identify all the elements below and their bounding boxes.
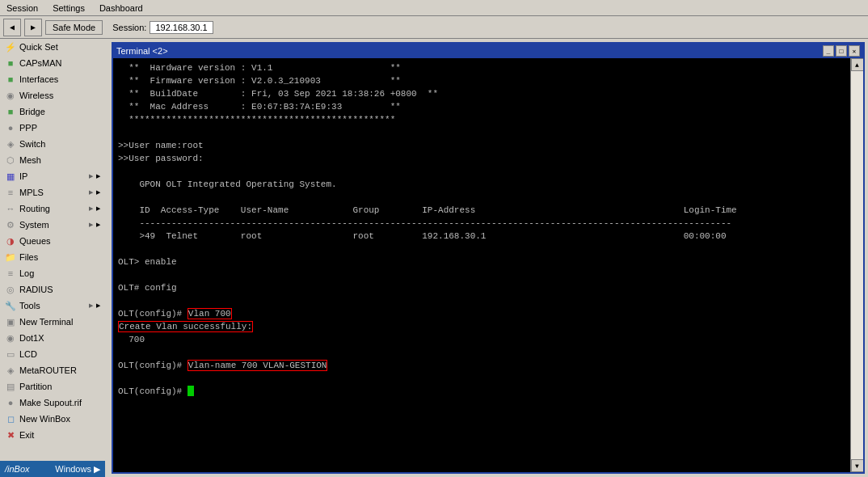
close-button[interactable]: ✕ xyxy=(849,45,860,57)
sidebar-label-bridge: Bridge xyxy=(19,107,100,116)
lcd-icon: ▭ xyxy=(5,348,16,360)
sidebar-label-system: System xyxy=(19,220,86,230)
minimize-button[interactable]: _ xyxy=(823,45,834,57)
system-icon: ⚙ xyxy=(5,219,16,230)
sidebar-label-queues: Queues xyxy=(19,236,100,246)
sidebar-label-exit: Exit xyxy=(19,430,100,440)
main-layout: ⚡Quick Set■CAPsMAN■Interfaces◉Wireless■B… xyxy=(0,39,868,477)
sidebar-items: ⚡Quick Set■CAPsMAN■Interfaces◉Wireless■B… xyxy=(0,39,105,461)
terminal-title: Terminal <2> xyxy=(116,46,168,56)
sidebar-label-metarouter: MetaROUTER xyxy=(19,365,100,375)
sidebar-item-dot1x[interactable]: ◉Dot1X xyxy=(0,330,105,346)
winbox-bar: /inBox Windows ▶ xyxy=(0,461,105,477)
sidebar-item-lcd[interactable]: ▭LCD xyxy=(0,346,105,362)
forward-button[interactable]: ▶ xyxy=(24,19,42,36)
content-area: Terminal <2> _ □ ✕ ** Hardware version :… xyxy=(105,39,868,477)
sidebar: ⚡Quick Set■CAPsMAN■Interfaces◉Wireless■B… xyxy=(0,39,105,477)
sidebar-label-files: Files xyxy=(19,252,100,262)
terminal-content-wrapper: ** Hardware version : V1.1 ** ** Firmwar… xyxy=(113,58,863,472)
sidebar-item-ip[interactable]: ▦IP▶ xyxy=(0,168,105,184)
scroll-up-button[interactable]: ▲ xyxy=(851,58,864,71)
menu-dashboard[interactable]: Dashboard xyxy=(96,3,146,13)
sidebar-item-interfaces[interactable]: ■Interfaces xyxy=(0,71,105,87)
tools-arrow-icon: ▶ xyxy=(89,302,93,309)
wireless-icon: ◉ xyxy=(5,90,16,101)
sidebar-item-quickset[interactable]: ⚡Quick Set xyxy=(0,39,105,55)
sidebar-item-newwinbox[interactable]: ◻New WinBox xyxy=(0,411,105,427)
menu-bar: Session Settings Dashboard xyxy=(0,0,868,16)
quickset-icon: ⚡ xyxy=(5,41,16,53)
sidebar-label-ppp: PPP xyxy=(19,123,100,133)
menu-settings[interactable]: Settings xyxy=(49,3,88,13)
routing-arrow-icon: ▶ xyxy=(89,205,93,212)
capsman-icon: ■ xyxy=(5,57,16,69)
terminal-scrollbar: ▲ ▼ xyxy=(850,58,863,472)
sidebar-label-partition: Partition xyxy=(19,382,100,391)
newwinbox-icon: ◻ xyxy=(5,413,16,424)
exit-icon: ✖ xyxy=(5,429,16,441)
maximize-button[interactable]: □ xyxy=(836,45,847,57)
sidebar-label-log: Log xyxy=(19,268,100,278)
sidebar-item-makesupout[interactable]: ●Make Supout.rif xyxy=(0,395,105,411)
windows-label[interactable]: Windows ▶ xyxy=(55,464,100,475)
sidebar-item-switch[interactable]: ◈Switch xyxy=(0,136,105,152)
files-icon: 📁 xyxy=(5,251,16,263)
terminal-controls: _ □ ✕ xyxy=(823,45,860,57)
sidebar-item-bridge[interactable]: ■Bridge xyxy=(0,103,105,120)
sidebar-label-quickset: Quick Set xyxy=(19,42,100,52)
session-label: Session: xyxy=(112,23,146,32)
metarouter-icon: ◈ xyxy=(5,365,16,376)
newterminal-icon: ▣ xyxy=(5,316,16,327)
sidebar-label-wireless: Wireless xyxy=(19,91,100,100)
sidebar-item-mpls[interactable]: ≡MPLS▶ xyxy=(0,184,105,201)
sidebar-label-mpls: MPLS xyxy=(19,188,86,197)
toolbar: ◀ ▶ Safe Mode Session: 192.168.30.1 xyxy=(0,16,868,39)
sidebar-label-radius: RADIUS xyxy=(19,285,100,294)
sidebar-item-radius[interactable]: ◎RADIUS xyxy=(0,281,105,298)
terminal-body[interactable]: ** Hardware version : V1.1 ** ** Firmwar… xyxy=(113,58,850,472)
sidebar-label-dot1x: Dot1X xyxy=(19,333,100,343)
sidebar-item-tools[interactable]: 🔧Tools▶ xyxy=(0,298,105,314)
scroll-down-button[interactable]: ▼ xyxy=(851,459,864,472)
sidebar-label-routing: Routing xyxy=(19,204,86,213)
dot1x-icon: ◉ xyxy=(5,332,16,344)
sidebar-item-capsman[interactable]: ■CAPsMAN xyxy=(0,55,105,71)
sidebar-item-exit[interactable]: ✖Exit xyxy=(0,427,105,443)
sidebar-label-interfaces: Interfaces xyxy=(19,74,100,84)
sidebar-item-files[interactable]: 📁Files xyxy=(0,249,105,265)
radius-icon: ◎ xyxy=(5,284,16,295)
bridge-icon: ■ xyxy=(5,106,16,117)
sidebar-item-newterminal[interactable]: ▣New Terminal xyxy=(0,314,105,330)
mpls-icon: ≡ xyxy=(5,187,16,198)
sidebar-item-queues[interactable]: ◑Queues xyxy=(0,233,105,249)
sidebar-label-makesupout: Make Supout.rif xyxy=(19,398,100,407)
terminal-titlebar: Terminal <2> _ □ ✕ xyxy=(113,44,863,58)
ip-icon: ▦ xyxy=(5,171,16,182)
sidebar-item-wireless[interactable]: ◉Wireless xyxy=(0,87,105,103)
sidebar-item-log[interactable]: ≡Log xyxy=(0,265,105,281)
sidebar-item-ppp[interactable]: ●PPP xyxy=(0,120,105,136)
sidebar-label-lcd: LCD xyxy=(19,349,100,359)
queues-icon: ◑ xyxy=(5,235,16,247)
makesupout-icon: ● xyxy=(5,397,16,408)
session-value: 192.168.30.1 xyxy=(150,21,213,34)
tools-icon: 🔧 xyxy=(5,300,16,311)
sidebar-label-capsman: CAPsMAN xyxy=(19,58,100,68)
sidebar-item-routing[interactable]: ↔Routing▶ xyxy=(0,201,105,217)
safe-mode-button[interactable]: Safe Mode xyxy=(45,20,103,35)
sidebar-label-newwinbox: New WinBox xyxy=(19,414,100,424)
sidebar-label-ip: IP xyxy=(19,171,86,181)
switch-icon: ◈ xyxy=(5,138,16,150)
partition-icon: ▤ xyxy=(5,381,16,392)
back-button[interactable]: ◀ xyxy=(3,19,21,36)
sidebar-label-tools: Tools xyxy=(19,301,86,310)
sidebar-item-system[interactable]: ⚙System▶ xyxy=(0,217,105,233)
sidebar-label-newterminal: New Terminal xyxy=(19,317,100,327)
interfaces-icon: ■ xyxy=(5,74,16,85)
sidebar-item-metarouter[interactable]: ◈MetaROUTER xyxy=(0,362,105,378)
sidebar-item-mesh[interactable]: ⬡Mesh xyxy=(0,152,105,168)
log-icon: ≡ xyxy=(5,268,16,279)
sidebar-item-partition[interactable]: ▤Partition xyxy=(0,378,105,395)
scroll-track xyxy=(851,71,863,459)
menu-session[interactable]: Session xyxy=(3,3,41,13)
